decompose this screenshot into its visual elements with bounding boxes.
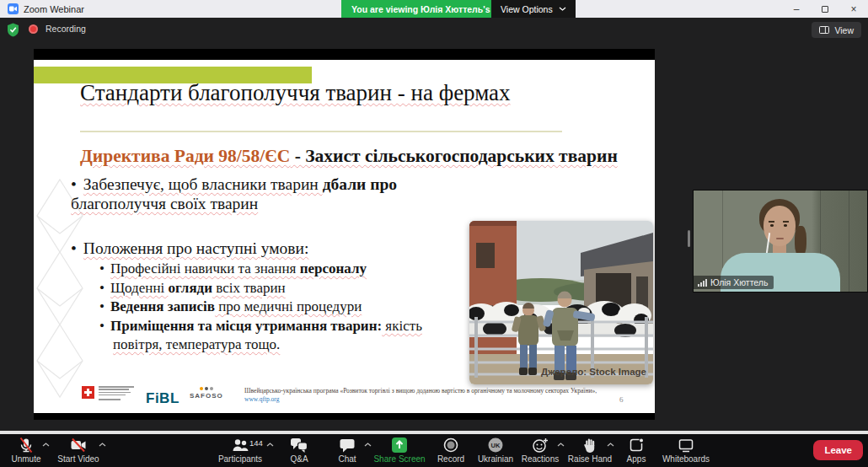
language-badge-icon: UK [487, 437, 504, 454]
directive-subject: - Захист сільськогосподарських тварин [290, 146, 617, 166]
view-layout-button[interactable]: View [812, 22, 861, 38]
slide-page-number: 6 [619, 395, 624, 404]
qa-bubbles-icon [290, 437, 308, 454]
meeting-content-area: Recording View Ст [0, 18, 868, 432]
view-button-label: View [834, 25, 854, 35]
slide-title: Стандарти благополуччя тварин - на ферма… [80, 80, 511, 106]
share-screen-button[interactable]: Share Screen [370, 437, 429, 464]
chat-bubble-icon [339, 437, 356, 454]
safoso-logo: SAFOSO [190, 387, 223, 400]
chat-button[interactable]: Chat [318, 437, 377, 464]
swiss-flag-icon [82, 386, 94, 399]
swiss-logo-text-lines [99, 386, 134, 402]
participant-video-thumbnail[interactable]: Юлія Хюттель [693, 190, 868, 293]
window-titlebar: Zoom Webinar You are viewing Юлія Хюттел… [0, 0, 868, 18]
start-video-button[interactable]: Start Video [49, 437, 108, 464]
sub-bullet-item: •Щоденні огляди всіх тварин [99, 279, 463, 298]
participant-name-label: Юлія Хюттель [694, 276, 774, 289]
raise-hand-icon [581, 437, 598, 454]
zoom-app-icon [8, 3, 19, 14]
farm-photo-illustration [469, 221, 653, 384]
record-icon [442, 437, 459, 454]
fibl-logo: FiBL [146, 390, 179, 407]
farm-photo: Джерело: Stock Image [469, 221, 653, 384]
sub-bullet-item: •Приміщення та місця утримання тварин: я… [99, 317, 463, 355]
title-divider [80, 131, 562, 132]
camera-off-icon [70, 437, 87, 454]
directive-number: Директива Ради 98/58/ЄС [80, 146, 290, 166]
program-title: Швейцарсько-українська програма «Розвито… [244, 387, 598, 395]
view-options-button[interactable]: View Options [491, 0, 576, 18]
recording-dot-icon [29, 24, 38, 34]
photo-source-caption: Джерело: Stock Image [541, 367, 646, 377]
maximize-icon [822, 6, 828, 13]
window-controls: – × [782, 0, 868, 18]
svg-text:UK: UK [491, 442, 501, 449]
sub-bullet-item: •Професійні навички та знання персоналу [99, 260, 463, 279]
bullet-item: •Положення про наступні умови: [71, 239, 474, 258]
program-footer-text: Швейцарсько-українська програма «Розвито… [244, 387, 598, 403]
directive-heading: Директива Ради 98/58/ЄС - Захист сільськ… [80, 146, 618, 167]
shared-screen-region: Стандарти благополуччя тварин - на ферма… [34, 49, 655, 420]
signal-bars-icon [698, 279, 707, 287]
meeting-toolbar: Unmute Start Video [0, 434, 868, 467]
apps-icon [628, 437, 645, 454]
participant-name: Юлія Хюттель [710, 277, 768, 287]
participants-icon [231, 437, 249, 454]
reactions-smiley-icon [532, 437, 549, 454]
leave-button[interactable]: Leave [813, 440, 863, 460]
close-button[interactable]: × [839, 0, 868, 18]
video-options-chevron[interactable] [99, 443, 106, 447]
safoso-logo-icon [190, 387, 223, 390]
thumbnail-collapse-handle[interactable] [688, 230, 690, 247]
window-title: Zoom Webinar [24, 4, 84, 14]
whiteboard-icon [678, 437, 694, 454]
microphone-muted-icon [18, 437, 35, 454]
encryption-shield-icon [7, 23, 19, 37]
view-options-label: View Options [501, 4, 553, 14]
program-link[interactable]: www.qftp.org [244, 395, 598, 404]
whiteboards-button[interactable]: Whiteboards [656, 437, 715, 464]
participant-ponytail [795, 226, 806, 256]
maximize-button[interactable] [811, 0, 839, 18]
chevron-down-icon [559, 7, 566, 11]
recording-indicator[interactable]: Recording [29, 24, 86, 34]
unmute-button[interactable]: Unmute [0, 437, 56, 464]
bullet-item: •Забезпечує, щоб власники тварин дбали п… [71, 174, 474, 213]
zoom-webinar-window: Zoom Webinar You are viewing Юлія Хюттел… [0, 0, 868, 467]
layout-grid-icon [819, 26, 829, 34]
presentation-slide: Стандарти благополуччя тварин - на ферма… [34, 60, 655, 413]
minimize-button[interactable]: – [782, 0, 811, 18]
participants-count: 144 [249, 438, 263, 448]
swiss-confederation-logo [82, 386, 134, 402]
recording-label: Recording [46, 24, 86, 34]
sub-bullet-list: •Професійні навички та знання персоналу … [99, 260, 463, 355]
sub-bullet-item: •Ведення записів про медичні процедури [99, 298, 463, 317]
share-screen-icon [391, 437, 408, 454]
participants-button[interactable]: Participants 144 [211, 437, 270, 464]
